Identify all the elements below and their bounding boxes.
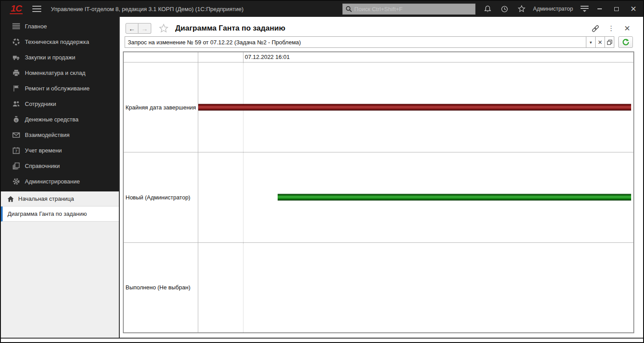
- task-field-row: Запрос на изменение № 59 от 07.12.22 (За…: [125, 36, 633, 48]
- page-title: Диаграмма Ганта по заданию: [175, 24, 285, 33]
- link-icon[interactable]: [591, 24, 600, 33]
- sidebar-item[interactable]: Администрирование: [1, 174, 119, 189]
- titlebar: 1С Управление IT-отделом 8, редакция 3.1…: [1, 1, 643, 17]
- global-search-input[interactable]: Поиск Ctrl+Shift+F: [342, 4, 475, 15]
- sidebar-home-label: Начальная страница: [18, 195, 74, 202]
- sidebar-item[interactable]: Справочники: [1, 158, 119, 174]
- sidebar-item[interactable]: Сотрудники: [1, 96, 119, 112]
- gear-icon: [12, 178, 20, 185]
- minimize-button[interactable]: [593, 4, 606, 14]
- gantt-row-label: Выполнено (Не выбран): [124, 243, 198, 332]
- search-icon: [346, 6, 352, 12]
- gantt-row-plot: [198, 62, 633, 152]
- task-reference-field[interactable]: Запрос на изменение № 59 от 07.12.22 (За…: [125, 36, 614, 48]
- content-panel: ← → Диаграмма Ганта по заданию ⋮ ✕ За: [119, 17, 643, 338]
- calendar-icon: 7: [12, 147, 20, 154]
- back-button[interactable]: ←: [126, 23, 138, 34]
- menu-lines-icon: [12, 23, 20, 30]
- sidebar-item-label: Сотрудники: [25, 101, 56, 107]
- svg-text:s: s: [16, 118, 17, 122]
- gantt-row-label: Крайняя дата завершения: [124, 62, 198, 152]
- favorites-star-icon[interactable]: [517, 4, 526, 13]
- gantt-header-label-cell: [124, 52, 198, 62]
- sidebar-sections: Главное Техническая поддержка Закупки и …: [1, 17, 119, 191]
- gantt-chart: 07.12.2022 16:01 Крайняя дата завершения…: [123, 51, 634, 333]
- form-close-icon[interactable]: ✕: [623, 24, 632, 33]
- app-title: Управление IT-отделом 8, редакция 3.1 КО…: [51, 6, 243, 12]
- refresh-button[interactable]: [618, 36, 633, 48]
- svg-text:7: 7: [15, 149, 17, 153]
- flag-icon: [12, 85, 20, 92]
- gantt-rows: Крайняя дата завершения Новый (Администр…: [124, 62, 633, 332]
- sidebar-item-label: Учет времени: [25, 147, 62, 154]
- sidebar-item[interactable]: Номенклатура и склад: [1, 65, 119, 81]
- books-icon: [12, 162, 20, 170]
- sidebar-item-label: Взаимодействия: [25, 132, 70, 138]
- lifebuoy-icon: [12, 38, 20, 46]
- sidebar-item[interactable]: 7 Учет времени: [1, 143, 119, 158]
- gantt-row: Выполнено (Не выбран): [124, 243, 633, 332]
- current-user[interactable]: Администратор: [533, 6, 573, 12]
- history-icon[interactable]: [500, 4, 509, 13]
- sidebar-item-label: Денежные средства: [25, 116, 79, 123]
- envelope-icon: [12, 131, 20, 139]
- sidebar-item-label: Справочники: [25, 163, 60, 169]
- sidebar-item-label: Администрирование: [25, 178, 80, 185]
- sidebar-open-tab[interactable]: Диаграмма Ганта по заданию: [1, 207, 119, 222]
- home-icon: [7, 195, 14, 203]
- sidebar-item-home[interactable]: Начальная страница: [1, 191, 119, 207]
- sidebar-item[interactable]: Ремонт и обслуживание: [1, 81, 119, 96]
- people-icon: [12, 100, 20, 108]
- sidebar-item-label: Закупки и продажи: [25, 54, 75, 61]
- sidebar-item-label: Номенклатура и склад: [25, 70, 85, 76]
- time-origin-dotted-line: [243, 152, 243, 242]
- dropdown-caret-button[interactable]: ▾: [586, 37, 595, 47]
- service-menu-icon[interactable]: [580, 6, 589, 12]
- sidebar: Главное Техническая поддержка Закупки и …: [1, 17, 119, 338]
- sidebar-item-label: Техническая поддержка: [25, 39, 89, 45]
- sidebar-item[interactable]: Закупки и продажи: [1, 50, 119, 65]
- sidebar-item-label: Ремонт и обслуживание: [25, 85, 90, 92]
- gantt-header-row: 07.12.2022 16:01: [124, 52, 633, 62]
- gantt-bar-red[interactable]: [198, 104, 631, 111]
- main-area: Главное Техническая поддержка Закупки и …: [1, 17, 643, 339]
- form-header-icons: ⋮ ✕: [591, 24, 632, 33]
- time-origin-dotted-line: [243, 243, 243, 332]
- window-bottom-strip: [1, 339, 643, 341]
- maximize-button[interactable]: [610, 4, 623, 14]
- main-menu-icon[interactable]: [32, 6, 41, 12]
- content-header: ← → Диаграмма Ганта по заданию ⋮ ✕: [120, 17, 643, 35]
- gantt-row-label: Новый (Администратор): [124, 152, 198, 242]
- app-window: 1С Управление IT-отделом 8, редакция 3.1…: [0, 0, 644, 343]
- gantt-row: Новый (Администратор): [124, 152, 633, 242]
- gantt-row: Крайняя дата завершения: [124, 62, 633, 152]
- money-bag-icon: s: [12, 116, 20, 123]
- sidebar-filler: [1, 222, 119, 338]
- 1c-logo: 1С: [10, 4, 23, 14]
- gantt-row-plot: [198, 243, 633, 332]
- sidebar-item[interactable]: s Денежные средства: [1, 112, 119, 127]
- search-placeholder: Поиск Ctrl+Shift+F: [354, 6, 403, 12]
- printer-icon: [12, 69, 20, 77]
- sidebar-item[interactable]: Главное: [1, 19, 119, 34]
- sidebar-item[interactable]: Техническая поддержка: [1, 34, 119, 50]
- open-tab-label: Диаграмма Ганта по заданию: [8, 210, 87, 217]
- history-nav-buttons: ← →: [126, 23, 151, 34]
- notifications-bell-icon[interactable]: [483, 4, 492, 13]
- gantt-row-plot: [198, 152, 633, 242]
- sidebar-item-label: Главное: [25, 23, 47, 30]
- choose-from-list-button[interactable]: [605, 37, 614, 47]
- task-field-value: Запрос на изменение № 59 от 07.12.22 (За…: [125, 37, 586, 47]
- add-favorite-star-icon[interactable]: [158, 23, 169, 34]
- gantt-bar-green[interactable]: [278, 194, 631, 201]
- sidebar-item[interactable]: Взаимодействия: [1, 127, 119, 143]
- window-close-button[interactable]: ✕: [627, 4, 640, 14]
- truck-icon: [12, 54, 20, 61]
- time-axis-label: 07.12.2022 16:01: [243, 54, 290, 60]
- gantt-header-timeline-cell: 07.12.2022 16:01: [198, 52, 633, 62]
- more-menu-icon[interactable]: ⋮: [607, 24, 616, 33]
- forward-button[interactable]: →: [138, 23, 151, 34]
- clear-field-button[interactable]: ✕: [595, 37, 605, 47]
